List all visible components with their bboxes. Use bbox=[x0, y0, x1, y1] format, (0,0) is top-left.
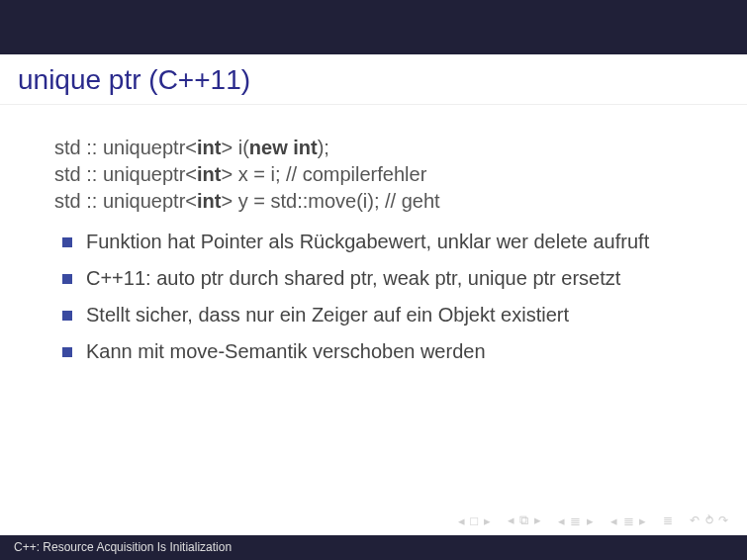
angle-close: > bbox=[221, 163, 233, 185]
keyword-int: int bbox=[197, 190, 221, 212]
list-item: Kann mit move-Semantik verschoben werden bbox=[60, 338, 702, 365]
bullet-text: Stellt sicher, dass nur ein Zeiger auf e… bbox=[86, 304, 569, 326]
keyword-int: int bbox=[197, 137, 221, 158]
nav-doc-back-icon[interactable]: ◂ ⧉ ▸ bbox=[508, 513, 542, 528]
title-bar: unique ptr (C++11) bbox=[0, 54, 747, 105]
bullet-text: Funktion hat Pointer als Rückgabewert, u… bbox=[86, 231, 649, 252]
angle-close: > bbox=[221, 190, 233, 212]
list-item: Stellt sicher, dass nur ein Zeiger auf e… bbox=[60, 302, 702, 328]
nav-frame-back-icon[interactable]: ◂ □ ▸ bbox=[458, 513, 492, 528]
keyword-new-int: new int bbox=[249, 137, 318, 158]
code-text: x = i; // compilerfehler bbox=[233, 163, 426, 185]
angle-open: < bbox=[185, 137, 197, 158]
footer-text: C++: Resource Acquisition Is Initializat… bbox=[14, 540, 232, 554]
code-line-3: std :: uniqueptr<int> y = std::move(i); … bbox=[54, 188, 702, 215]
footer: ◂ □ ▸ ◂ ⧉ ▸ ◂ ≣ ▸ ◂ ≣ ▸ ≣ ↶ ⥁ ↷ C++: Res… bbox=[0, 506, 747, 560]
slide-title: unique ptr (C++11) bbox=[18, 64, 250, 95]
slide-body: std :: uniqueptr<int> i(new int); std ::… bbox=[0, 105, 747, 385]
code-line-2: std :: uniqueptr<int> x = i; // compiler… bbox=[54, 161, 702, 188]
keyword-int: int bbox=[197, 163, 221, 185]
code-text: std :: uniqueptr bbox=[54, 137, 185, 158]
nav-subsection-back-icon[interactable]: ◂ ≣ ▸ bbox=[610, 513, 647, 528]
angle-open: < bbox=[185, 163, 197, 185]
code-text: std :: uniqueptr bbox=[54, 163, 185, 185]
header-dark-bar bbox=[0, 0, 747, 54]
code-text: i( bbox=[233, 137, 249, 158]
angle-open: < bbox=[185, 190, 197, 212]
nav-section-back-icon[interactable]: ◂ ≣ ▸ bbox=[558, 513, 595, 528]
code-text: ); bbox=[318, 137, 329, 158]
bullet-list: Funktion hat Pointer als Rückgabewert, u… bbox=[60, 229, 702, 365]
angle-close: > bbox=[221, 137, 233, 158]
nav-icons: ◂ □ ▸ ◂ ⧉ ▸ ◂ ≣ ▸ ◂ ≣ ▸ ≣ ↶ ⥁ ↷ bbox=[0, 506, 747, 535]
list-item: C++11: auto ptr durch shared ptr, weak p… bbox=[60, 265, 702, 292]
nav-loop-icon[interactable]: ↶ ⥁ ↷ bbox=[690, 513, 729, 527]
code-block: std :: uniqueptr<int> i(new int); std ::… bbox=[54, 135, 702, 215]
bullet-text: Kann mit move-Semantik verschoben werden bbox=[86, 340, 486, 362]
bullet-text: C++11: auto ptr durch shared ptr, weak p… bbox=[86, 267, 620, 289]
nav-mode-icon[interactable]: ≣ bbox=[663, 513, 674, 527]
code-text: y = std::move(i); // geht bbox=[233, 190, 440, 212]
code-text: std :: uniqueptr bbox=[54, 190, 185, 212]
code-line-1: std :: uniqueptr<int> i(new int); bbox=[54, 135, 702, 161]
list-item: Funktion hat Pointer als Rückgabewert, u… bbox=[60, 229, 702, 255]
footer-bar: C++: Resource Acquisition Is Initializat… bbox=[0, 535, 747, 560]
